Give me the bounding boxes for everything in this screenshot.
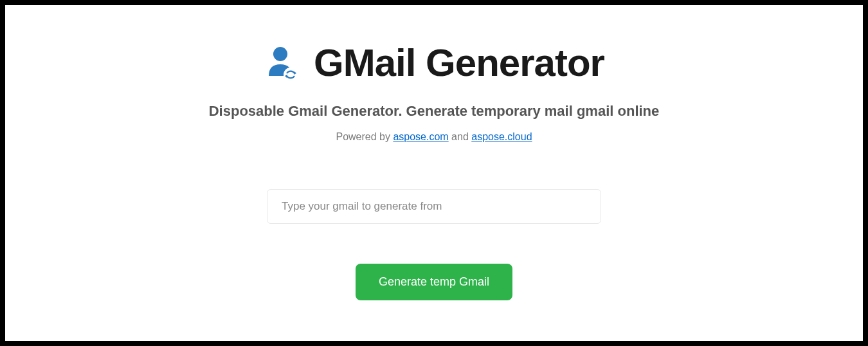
person-refresh-icon [264, 45, 300, 81]
powered-by-text: Powered by aspose.com and aspose.cloud [336, 131, 532, 143]
input-row [267, 189, 601, 224]
aspose-com-link[interactable]: aspose.com [393, 131, 448, 142]
gmail-input[interactable] [267, 189, 601, 224]
svg-point-1 [284, 68, 298, 81]
header: GMail Generator [264, 41, 604, 85]
powered-separator: and [449, 131, 472, 142]
powered-prefix: Powered by [336, 131, 393, 142]
aspose-cloud-link[interactable]: aspose.cloud [471, 131, 532, 142]
svg-point-0 [273, 47, 287, 61]
generate-button[interactable]: Generate temp Gmail [356, 264, 512, 300]
page-title: GMail Generator [314, 41, 604, 85]
main-container: GMail Generator Disposable Gmail Generat… [5, 5, 863, 341]
page-subtitle: Disposable Gmail Generator. Generate tem… [209, 103, 660, 120]
